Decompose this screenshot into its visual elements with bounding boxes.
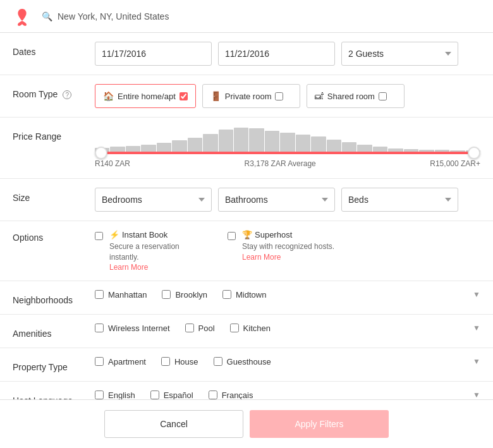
amenities-content: Wireless Internet Pool Kitchen ▼ — [95, 324, 480, 333]
footer: Cancel Apply Filters — [0, 399, 493, 448]
instant-book-title: ⚡ Instant Book — [109, 230, 209, 239]
private-room-checkbox[interactable] — [275, 92, 283, 100]
range-thumb-left[interactable] — [95, 147, 107, 159]
amenities-checkboxes: Wireless Internet Pool Kitchen — [95, 324, 271, 333]
kitchen-checkbox[interactable] — [230, 324, 239, 332]
room-type-label: Room Type ? — [13, 84, 95, 99]
header: 🔍 New York, NY, United States — [0, 0, 493, 33]
private-room-option[interactable]: 🚪 Private room — [202, 84, 300, 108]
neighborhoods-content: Manhattan Brooklyn Midtown ▼ — [95, 290, 480, 300]
pool-item[interactable]: Pool — [185, 324, 215, 333]
apartment-label: Apartment — [108, 357, 146, 366]
superhost-text: 🏆 Superhost Stay with recognized hosts. … — [242, 230, 341, 263]
shared-room-option[interactable]: 🛋 Shared room — [307, 84, 405, 108]
francais-checkbox[interactable] — [209, 390, 217, 399]
search-icon: 🔍 — [42, 11, 52, 21]
host-language-expand-icon[interactable]: ▼ — [473, 390, 480, 399]
brooklyn-checkbox[interactable] — [162, 290, 171, 299]
cancel-button[interactable]: Cancel — [104, 410, 243, 438]
neighborhoods-label: Neighborhoods — [13, 290, 95, 305]
size-section: Size Bedrooms Any 1+ 2+ 3+ Bathrooms Any… — [0, 179, 493, 221]
instant-book-text: ⚡ Instant Book Secure a reservation inst… — [109, 230, 209, 272]
apartment-item[interactable]: Apartment — [95, 357, 146, 366]
price-labels: R140 ZAR R3,178 ZAR Average R15,000 ZAR+ — [95, 159, 480, 168]
english-checkbox[interactable] — [95, 390, 104, 399]
dates-label: Dates — [13, 42, 95, 57]
entire-home-checkbox[interactable] — [180, 92, 188, 100]
property-type-expand-icon[interactable]: ▼ — [473, 357, 480, 366]
francais-item[interactable]: Français — [209, 390, 253, 400]
superhost-option: 🏆 Superhost Stay with recognized hosts. … — [228, 230, 341, 263]
neighborhoods-section: Neighborhoods Manhattan Brooklyn Midtown… — [0, 281, 493, 315]
superhost-checkbox[interactable] — [228, 232, 236, 240]
room-type-help-icon[interactable]: ? — [63, 90, 71, 99]
property-type-section: Property Type Apartment House Guesthouse… — [0, 348, 493, 382]
midtown-item[interactable]: Midtown — [222, 290, 266, 300]
start-date-input[interactable] — [95, 42, 212, 66]
search-location: New York, NY, United States — [58, 11, 169, 21]
property-type-checkboxes: Apartment House Guesthouse — [95, 357, 271, 366]
price-max-label: R15,000 ZAR+ — [430, 159, 480, 168]
beds-select[interactable]: Beds Any 1+ 2+ 3+ — [341, 188, 458, 212]
sofa-icon: 🛋 — [315, 91, 324, 101]
instant-book-link[interactable]: Learn More — [109, 263, 148, 272]
espanol-label: Español — [164, 390, 193, 400]
wifi-item[interactable]: Wireless Internet — [95, 324, 170, 333]
brooklyn-item[interactable]: Brooklyn — [162, 290, 207, 300]
shared-room-checkbox[interactable] — [379, 92, 387, 100]
price-min-label: R140 ZAR — [95, 159, 130, 168]
size-content: Bedrooms Any 1+ 2+ 3+ Bathrooms Any 1+ 2… — [95, 188, 480, 212]
room-type-section: Room Type ? 🏠 Entire home/apt 🚪 Private … — [0, 75, 493, 118]
range-bar — [101, 152, 474, 154]
manhattan-checkbox[interactable] — [95, 290, 104, 299]
private-room-label: Private room — [225, 92, 272, 101]
guesthouse-checkbox[interactable] — [214, 357, 222, 366]
home-icon: 🏠 — [103, 91, 114, 101]
options-section: Options ⚡ Instant Book Secure a reservat… — [0, 221, 493, 281]
amenities-label: Amenities — [13, 324, 95, 339]
price-avg-label: R3,178 ZAR Average — [245, 159, 316, 168]
midtown-label: Midtown — [236, 290, 266, 300]
entire-home-option[interactable]: 🏠 Entire home/apt — [95, 84, 196, 108]
superhost-icon: 🏆 — [242, 230, 252, 239]
door-icon: 🚪 — [210, 91, 221, 101]
dates-section: Dates 1 Guest 2 Guests 3 Guests 4 Guests — [0, 33, 493, 75]
host-language-checkboxes: English Español Français — [95, 390, 253, 400]
apartment-checkbox[interactable] — [95, 357, 104, 366]
guests-select[interactable]: 1 Guest 2 Guests 3 Guests 4 Guests — [341, 42, 458, 66]
kitchen-item[interactable]: Kitchen — [230, 324, 271, 333]
kitchen-label: Kitchen — [243, 324, 271, 333]
espanol-checkbox[interactable] — [150, 390, 159, 399]
range-thumb-right[interactable] — [468, 147, 480, 159]
wifi-checkbox[interactable] — [95, 324, 104, 332]
bedrooms-select[interactable]: Bedrooms Any 1+ 2+ 3+ — [95, 188, 212, 212]
price-range-label: Price Range — [13, 126, 95, 142]
apply-filters-button[interactable]: Apply Filters — [250, 410, 389, 438]
instant-book-option: ⚡ Instant Book Secure a reservation inst… — [95, 230, 209, 272]
espanol-item[interactable]: Español — [150, 390, 193, 400]
house-item[interactable]: House — [161, 357, 198, 366]
dates-content: 1 Guest 2 Guests 3 Guests 4 Guests — [95, 42, 480, 66]
house-checkbox[interactable] — [161, 357, 170, 366]
pool-checkbox[interactable] — [185, 324, 194, 332]
manhattan-label: Manhattan — [108, 290, 147, 300]
neighborhoods-expand-icon[interactable]: ▼ — [473, 290, 480, 299]
bathrooms-select[interactable]: Bathrooms Any 1+ 2+ 3+ — [218, 188, 335, 212]
superhost-link[interactable]: Learn More — [242, 253, 281, 262]
guesthouse-label: Guesthouse — [227, 357, 271, 366]
midtown-checkbox[interactable] — [222, 290, 231, 299]
room-type-content: 🏠 Entire home/apt 🚪 Private room 🛋 Share… — [95, 84, 480, 108]
search-bar: 🔍 New York, NY, United States — [42, 11, 169, 21]
amenities-expand-icon[interactable]: ▼ — [473, 324, 480, 332]
options-content: ⚡ Instant Book Secure a reservation inst… — [95, 230, 480, 272]
superhost-title: 🏆 Superhost — [242, 230, 341, 239]
host-language-content: English Español Français ▼ — [95, 390, 480, 400]
instant-book-desc: Secure a reservation instantly. — [109, 241, 209, 263]
amenities-section: Amenities Wireless Internet Pool Kitchen… — [0, 315, 493, 348]
end-date-input[interactable] — [218, 42, 335, 66]
instant-book-checkbox[interactable] — [95, 232, 103, 240]
manhattan-item[interactable]: Manhattan — [95, 290, 147, 300]
guesthouse-item[interactable]: Guesthouse — [214, 357, 271, 366]
house-label: House — [174, 357, 198, 366]
english-item[interactable]: English — [95, 390, 135, 400]
